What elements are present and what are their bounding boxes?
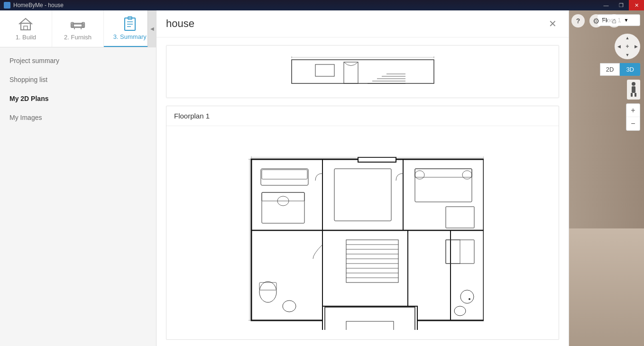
collapse-icon: ◀ (150, 26, 154, 31)
modal-title: house (166, 18, 194, 30)
modal-close-button[interactable]: ✕ (546, 17, 559, 30)
tab-build[interactable]: 1. Build (0, 10, 52, 47)
tab-furnish-label: 2. Furnish (64, 34, 92, 41)
elevation-preview-svg (244, 55, 481, 88)
svg-rect-39 (358, 157, 396, 162)
nav-empty-bl (615, 51, 623, 59)
svg-rect-18 (631, 93, 633, 97)
view-toggle: 2D 3D (600, 63, 640, 76)
sidebar-item-shopping-list[interactable]: Shopping list (0, 70, 156, 89)
floorplan-title: Floorplan 1 (174, 112, 210, 120)
right-panel-controls: Floor 1 ▼ ▲ ◀ + ▶ (598, 14, 640, 131)
person-view-button[interactable] (627, 80, 640, 100)
nav-pad-inner: ▲ ◀ + ▶ ▼ (615, 34, 640, 59)
settings-button[interactable]: ⚙ (589, 14, 603, 27)
home-button[interactable]: ⌂ (607, 14, 621, 27)
svg-rect-22 (315, 64, 334, 76)
svg-point-57 (469, 298, 470, 300)
nav-left-arrow[interactable]: ◀ (615, 42, 623, 51)
sidebar-item-my-2d-plans[interactable]: My 2D Plans (0, 89, 156, 108)
nav-empty-tl (615, 34, 623, 42)
svg-rect-0 (21, 23, 30, 30)
app-layout: 1. Build 2. Furnish (0, 10, 644, 346)
titlebar: HomeByMe - house — ❐ ✕ (0, 0, 644, 10)
build-icon (18, 17, 33, 32)
sidebar-item-project-summary[interactable]: Project summary (0, 51, 156, 70)
titlebar-text: HomeByMe - house (13, 2, 64, 9)
sidebar-collapse-button[interactable]: ◀ (147, 10, 156, 47)
minimize-button[interactable]: — (598, 0, 614, 10)
modal-panel: house ✕ (156, 10, 569, 346)
sidebar: 1. Build 2. Furnish (0, 10, 156, 346)
close-button[interactable]: ✕ (629, 0, 644, 10)
floorplan-header: Floorplan 1 (166, 106, 559, 126)
svg-rect-20 (292, 60, 434, 83)
modal-body[interactable]: Floorplan 1 (156, 37, 569, 346)
svg-point-16 (632, 82, 635, 86)
view-3d-button[interactable]: 3D (620, 63, 640, 76)
modal-header: house ✕ (156, 10, 569, 37)
summary-icon (122, 16, 138, 31)
floorplan-section: Floorplan 1 (166, 106, 559, 340)
maximize-button[interactable]: ❐ (614, 0, 629, 10)
tab-build-label: 1. Build (16, 34, 36, 41)
window-controls: — ❐ ✕ (598, 0, 644, 10)
sidebar-item-my-images[interactable]: My Images (0, 108, 156, 127)
person-icon-svg (629, 82, 638, 98)
toolbar-tabs: 1. Build 2. Furnish (0, 10, 156, 47)
floorplan-svg (242, 136, 484, 330)
top-preview-card (166, 45, 559, 98)
floorplan-body (166, 126, 559, 339)
tab-summary-label: 3. Summary (113, 33, 147, 40)
svg-rect-5 (73, 24, 83, 27)
app-icon (4, 2, 10, 9)
nav-up-arrow[interactable]: ▲ (623, 34, 632, 42)
nav-down-arrow[interactable]: ▼ (623, 51, 632, 59)
zoom-out-button[interactable]: − (626, 117, 640, 130)
svg-rect-1 (24, 26, 28, 30)
view-2d-button[interactable]: 2D (600, 63, 620, 76)
help-button[interactable]: ? (571, 14, 585, 27)
header-action-icons: ? ⚙ ⌂ (571, 14, 621, 27)
floor-selector-chevron: ▼ (624, 18, 628, 23)
svg-rect-17 (632, 86, 635, 93)
sidebar-nav: Project summary Shopping list My 2D Plan… (0, 47, 156, 131)
nav-empty-br (632, 51, 640, 59)
furnish-icon (70, 17, 85, 32)
zoom-in-button[interactable]: + (626, 104, 640, 117)
main-content: Floor 1 ▼ ▲ ◀ + ▶ (156, 10, 644, 346)
top-preview-content (166, 46, 559, 98)
nav-pad[interactable]: ▲ ◀ + ▶ ▼ (615, 34, 640, 59)
zoom-controls: + − (626, 103, 640, 131)
tab-furnish[interactable]: 2. Furnish (52, 10, 104, 47)
nav-center[interactable]: + (623, 42, 632, 51)
nav-right-arrow[interactable]: ▶ (632, 42, 640, 51)
svg-rect-21 (344, 62, 358, 83)
nav-empty-tr (632, 34, 640, 42)
svg-rect-19 (635, 93, 636, 97)
svg-rect-74 (325, 307, 415, 330)
